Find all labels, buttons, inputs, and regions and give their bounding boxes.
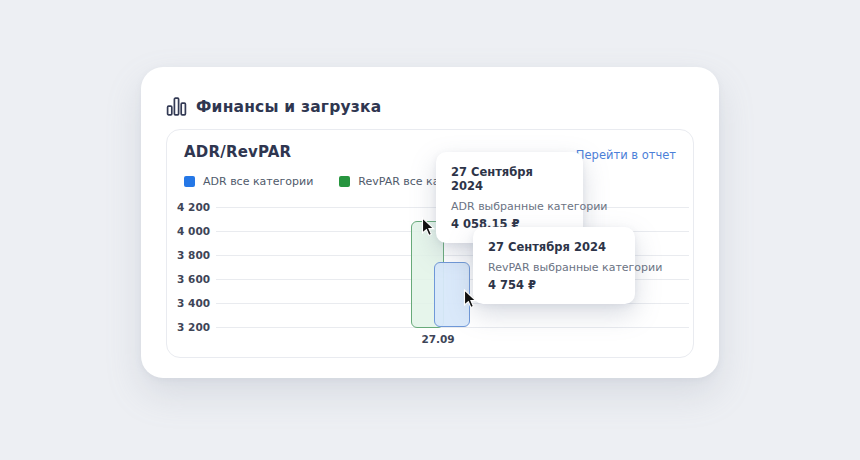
tooltip-revpar: 27 Сентября 2024 RevPAR выбранные катего… (473, 227, 635, 304)
card-title: Финансы и загрузка (196, 98, 381, 116)
legend-item-adr[interactable]: ADR все категории (184, 175, 313, 188)
bar-chart-icon (166, 96, 187, 117)
tooltip-label: ADR выбранные категории (451, 200, 568, 213)
y-axis-tick: 3 400 (167, 297, 210, 309)
tooltip-date: 27 Сентября 2024 (488, 240, 620, 254)
panel-title: ADR/RevPAR (184, 143, 291, 161)
y-axis-tick: 3 200 (167, 321, 210, 333)
adr-legend-label: ADR все категории (203, 175, 313, 188)
mouse-cursor-icon (463, 289, 478, 310)
revpar-legend-swatch (339, 176, 350, 187)
adr-legend-swatch (184, 176, 195, 187)
tooltip-label: RevPAR выбранные категории (488, 261, 620, 274)
card-header: Финансы и загрузка (166, 96, 381, 117)
mouse-cursor-icon (421, 217, 436, 238)
go-to-report-link[interactable]: Перейти в отчет (576, 148, 676, 162)
y-axis-tick: 4 200 (167, 201, 210, 213)
y-axis-tick: 4 000 (167, 225, 210, 237)
gridline (216, 327, 689, 328)
x-axis-tick: 27.09 (408, 333, 468, 345)
tooltip-date: 27 Сентября 2024 (451, 165, 568, 193)
y-axis-tick: 3 600 (167, 273, 210, 285)
y-axis-tick: 3 800 (167, 249, 210, 261)
tooltip-value: 4 754 ₽ (488, 278, 620, 292)
